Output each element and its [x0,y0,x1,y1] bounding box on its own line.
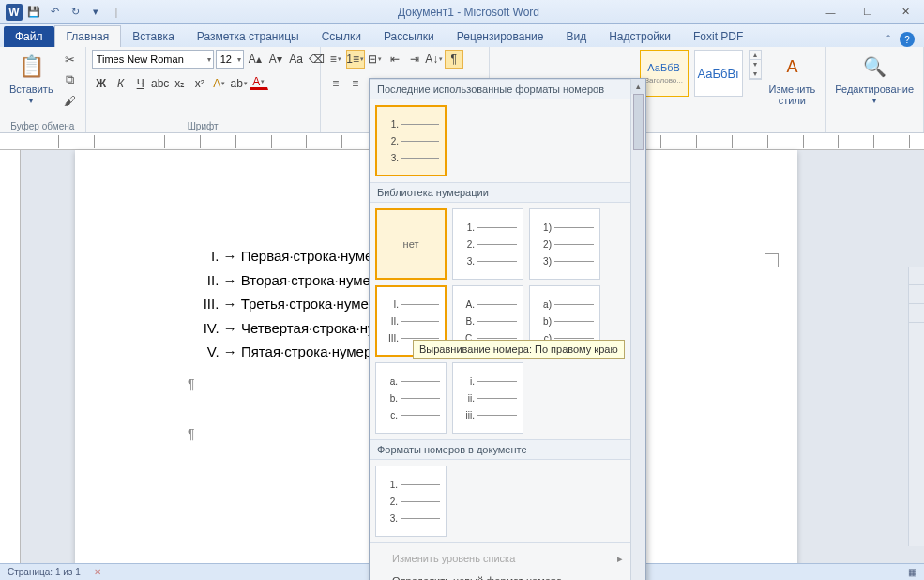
ribbon-minimize-icon[interactable]: ˆ [886,34,890,45]
close-button[interactable]: ✕ [886,0,924,24]
window-title: Документ1 - Microsoft Word [126,6,811,19]
numitem-none[interactable]: нет [375,208,447,280]
grow-font-icon[interactable]: A▴ [246,50,265,69]
tab-insert[interactable]: Вставка [121,26,186,47]
decrease-indent-icon[interactable]: ⇤ [386,50,404,69]
style-sample-2: АаБбВı [697,67,738,81]
shrink-font-icon[interactable]: A▾ [266,50,285,69]
qat-more-icon[interactable]: ▾ [86,3,105,22]
view-print-icon[interactable]: ▦ [908,567,916,577]
group-font: Times New Roman 12 A▴ A▾ Aa ⌫ Ж К Ч abc … [86,47,321,132]
show-marks-icon[interactable]: ¶ [445,50,463,69]
ribbon-tabs: Файл Главная Вставка Разметка страницы С… [0,24,924,47]
margin-mark-tr [765,253,779,267]
numitem-arabic-paren[interactable]: 1) 2) 3) [529,208,600,280]
tab-addins[interactable]: Надстройки [598,26,682,47]
change-styles-label: Изменить стили [769,84,816,106]
scroll-thumb[interactable] [633,94,644,150]
underline-icon[interactable]: Ч [131,74,150,93]
vertical-ruler[interactable] [0,150,21,563]
format-painter-icon[interactable]: 🖌 [61,91,80,110]
numbering-icon[interactable]: 1≡ [346,50,365,69]
bold-icon[interactable]: Ж [92,74,111,93]
superscript-icon[interactable]: x² [190,74,209,93]
editing-button[interactable]: 🔍 Редактирование ▾ [831,50,917,107]
styles-group-label [640,119,820,131]
menu-define-format[interactable]: Определить новый формат номера... [370,570,645,580]
menu-change-level: Изменить уровень списка▸ [370,547,645,570]
increase-indent-icon[interactable]: ⇥ [405,50,424,69]
minimize-button[interactable]: — [811,0,849,24]
numitem-latin-lower-dot[interactable]: a. b. c. [375,362,447,434]
editing-label: Редактирование [835,84,914,95]
section-indoc: Форматы номеров в документе [370,439,645,460]
tab-layout[interactable]: Разметка страницы [186,26,311,47]
tooltip: Выравнивание номера: По правому краю [413,340,625,359]
section-library: Библиотека нумерации [370,182,645,203]
style-preview-2[interactable]: АаБбВı [694,50,743,97]
dropdown-scrollbar[interactable]: ▴ ▾ [630,79,645,580]
tab-view[interactable]: Вид [554,26,598,47]
numitem-indoc-arabic[interactable]: 1. 2. 3. [375,466,447,537]
tab-foxit[interactable]: Foxit PDF [682,26,754,47]
maximize-button[interactable]: ☐ [849,0,886,24]
section-recent: Последние использованные форматы номеров [370,79,645,99]
font-group-label: Шрифт [92,119,314,131]
font-size-combo[interactable]: 12 [216,50,244,69]
group-editing: 🔍 Редактирование ▾ [826,47,924,132]
save-icon[interactable]: 💾 [24,3,43,22]
font-color-icon[interactable]: A [250,74,268,90]
text-effects-icon[interactable]: A [210,74,229,93]
style-name-1: Заголово... [644,76,683,84]
none-label: нет [403,238,419,250]
paste-button[interactable]: 📋 Вставить ▾ [6,50,57,107]
clipboard-icon: 📋 [16,52,46,82]
quick-access-toolbar: W 💾 ↶ ↻ ▾ | [0,3,126,22]
style-preview-1[interactable]: АаБбВЗаголово... [640,50,689,97]
style-scroll-up-icon[interactable]: ▴ [750,51,761,60]
qat-divider: | [107,3,126,22]
vertical-scrollbar[interactable] [908,267,924,546]
group-clipboard: 📋 Вставить ▾ ✂ ⧉ 🖌 Буфер обмена [0,47,86,132]
align-center-icon[interactable]: ≡ [346,74,365,93]
numitem-arabic-dot[interactable]: 1. 2. 3. [452,208,523,280]
scroll-up-icon[interactable]: ▴ [631,79,645,94]
title-bar: W 💾 ↶ ↻ ▾ | Документ1 - Microsoft Word —… [0,0,924,24]
window-controls: — ☐ ✕ [811,0,924,24]
subscript-icon[interactable]: x₂ [171,74,189,93]
redo-icon[interactable]: ↻ [66,3,84,22]
cut-icon[interactable]: ✂ [61,50,80,69]
sort-icon[interactable]: A↓ [425,50,444,69]
undo-icon[interactable]: ↶ [45,3,64,22]
numitem-roman-lower[interactable]: i. ii. iii. [452,362,523,434]
editing-group-label [831,119,917,131]
bullets-icon[interactable]: ≡ [326,50,345,69]
style-scroll-down-icon[interactable]: ▾ [750,60,761,69]
highlight-icon[interactable]: ab [230,74,249,93]
paste-label: Вставить [9,84,53,95]
numitem-recent-arabic[interactable]: 1. 2. 3. [375,105,447,176]
copy-icon[interactable]: ⧉ [61,70,80,89]
multilevel-icon[interactable]: ⊟ [366,50,385,69]
align-left-icon[interactable]: ≡ [326,74,345,93]
tab-review[interactable]: Рецензирование [446,26,555,47]
style-gallery-scroll: ▴ ▾ ▾ [749,50,762,80]
change-styles-button[interactable]: A Изменить стили [765,50,820,108]
style-scroll-more-icon[interactable]: ▾ [750,69,761,79]
group-styles: АаБбВЗаголово... АаБбВı ▴ ▾ ▾ A Изменить… [634,47,826,132]
help-icon[interactable]: ? [900,32,915,47]
italic-icon[interactable]: К [112,74,130,93]
tab-file[interactable]: Файл [4,26,54,47]
status-divider: ✕ [94,567,101,577]
change-case-icon[interactable]: Aa [287,50,306,69]
clipboard-group-label: Буфер обмена [6,119,80,131]
font-name-value: Times New Roman [97,53,184,65]
font-size-value: 12 [220,53,232,65]
strike-icon[interactable]: abc [151,74,170,93]
tab-mailings[interactable]: Рассылки [372,26,446,47]
numbering-dropdown: ▴ ▾ Последние использованные форматы ном… [369,78,646,580]
tab-references[interactable]: Ссылки [311,26,372,47]
tab-home[interactable]: Главная [54,25,122,47]
font-name-combo[interactable]: Times New Roman [92,50,214,69]
page-status[interactable]: Страница: 1 из 1 [8,567,81,577]
